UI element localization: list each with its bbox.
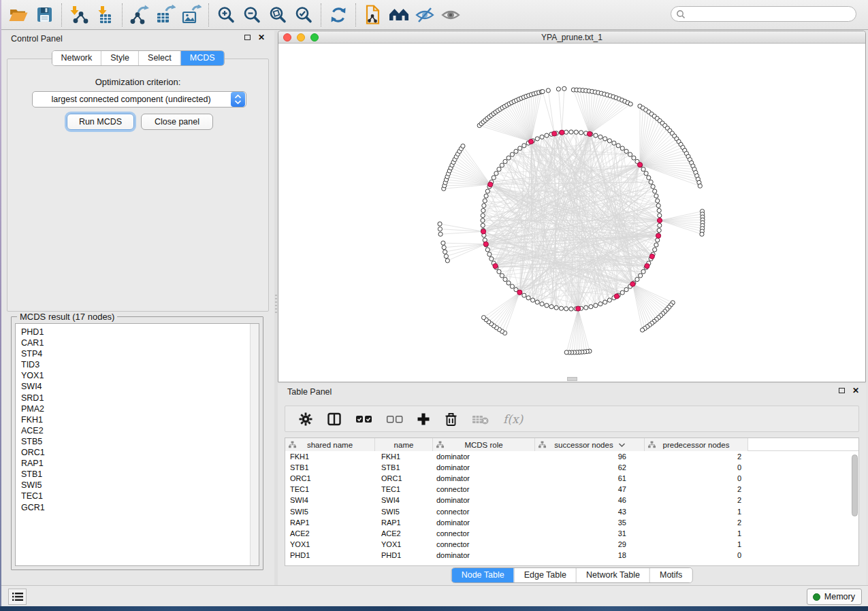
zoom-selected-button[interactable] <box>291 3 317 27</box>
export-network-button[interactable] <box>127 3 152 27</box>
result-list-scrollbar[interactable] <box>250 324 259 565</box>
result-node-item[interactable]: PHD1 <box>21 327 259 337</box>
mcds-hub-node[interactable] <box>552 131 557 136</box>
table-row[interactable]: ACE2ACE2connector311 <box>285 528 858 539</box>
table-row[interactable]: SWI4SWI4dominator462 <box>285 495 858 506</box>
close-panel-button[interactable]: Close panel <box>141 114 213 130</box>
table-row[interactable]: PHD1PHD1dominator180 <box>285 550 858 561</box>
mcds-hub-node[interactable] <box>649 254 654 259</box>
tab-style[interactable]: Style <box>101 51 138 65</box>
mcds-hub-node[interactable] <box>576 306 581 311</box>
tab-edge-table[interactable]: Edge Table <box>514 568 576 582</box>
network-canvas[interactable] <box>278 44 865 382</box>
zoom-in-button[interactable] <box>213 3 239 27</box>
delete-table-button[interactable] <box>472 413 489 425</box>
mcds-hub-node[interactable] <box>657 218 662 222</box>
mcds-hub-node[interactable] <box>517 290 522 295</box>
tab-network[interactable]: Network <box>52 51 101 65</box>
memory-button[interactable]: Memory <box>807 589 862 605</box>
result-node-item[interactable]: STB1 <box>21 469 259 480</box>
close-panel-icon[interactable]: ✕ <box>258 34 265 41</box>
mcds-hub-node[interactable] <box>614 294 619 299</box>
column-header-MCDS-role[interactable]: MCDS role <box>433 438 535 451</box>
result-node-item[interactable]: TEC1 <box>21 491 259 501</box>
float-panel-icon[interactable] <box>244 35 251 40</box>
add-column-button[interactable] <box>417 412 430 426</box>
hide-graphics-details-button[interactable] <box>412 3 438 27</box>
table-cell: 43 <box>535 508 645 516</box>
result-node-item[interactable]: SRD1 <box>21 393 259 403</box>
column-header-name[interactable]: name <box>375 438 433 451</box>
result-node-item[interactable]: CAR1 <box>21 337 259 348</box>
mcds-hub-node[interactable] <box>645 263 649 268</box>
column-settings-button[interactable] <box>298 412 313 427</box>
table-row[interactable]: TEC1TEC1connector472 <box>285 484 858 495</box>
mcds-hub-node[interactable] <box>488 182 493 187</box>
refresh-button[interactable] <box>325 3 351 27</box>
table-row[interactable]: FKH1FKH1dominator962 <box>285 451 858 462</box>
result-node-item[interactable]: YOX1 <box>21 370 259 381</box>
export-table-button[interactable] <box>152 3 178 27</box>
mcds-hub-node[interactable] <box>560 130 564 135</box>
network-window-titlebar[interactable]: YPA_prune.txt_1 <box>278 31 865 44</box>
close-table-panel-icon[interactable]: ✕ <box>852 387 859 394</box>
delete-column-button[interactable] <box>444 412 458 427</box>
unchecked-boxes-icon <box>386 414 403 425</box>
open-session-button[interactable] <box>5 3 31 27</box>
result-node-item[interactable]: GCR1 <box>21 502 259 513</box>
mcds-hub-node[interactable] <box>493 263 498 268</box>
export-image-button[interactable] <box>178 3 204 27</box>
mcds-hub-node[interactable] <box>481 229 485 234</box>
run-mcds-button[interactable]: Run MCDS <box>67 114 134 130</box>
result-node-item[interactable]: RAP1 <box>21 458 259 469</box>
tab-node-table[interactable]: Node Table <box>452 568 514 582</box>
mcds-hub-node[interactable] <box>587 131 592 136</box>
tab-network-table[interactable]: Network Table <box>576 568 649 582</box>
result-node-item[interactable]: ACE2 <box>21 425 259 436</box>
column-header-shared-name[interactable]: shared name <box>285 438 375 451</box>
result-node-item[interactable]: ORC1 <box>21 447 259 458</box>
result-node-item[interactable]: FKH1 <box>21 414 259 425</box>
result-node-item[interactable]: STP4 <box>21 348 259 359</box>
import-table-button[interactable] <box>92 3 118 27</box>
select-all-button[interactable] <box>355 414 372 425</box>
panel-selector-button[interactable] <box>8 589 27 605</box>
result-node-item[interactable]: SWI5 <box>21 480 259 491</box>
result-node-item[interactable]: STB5 <box>21 436 259 447</box>
table-row[interactable]: YOX1YOX1connector291 <box>285 539 858 550</box>
save-session-button[interactable] <box>31 3 57 27</box>
tab-motifs[interactable]: Motifs <box>649 568 692 582</box>
table-row[interactable]: SWI5SWI5connector431 <box>285 506 858 516</box>
deselect-all-button[interactable] <box>386 414 403 425</box>
zoom-fit-button[interactable] <box>265 3 291 27</box>
table-row[interactable]: RAP1RAP1dominator352 <box>285 517 858 528</box>
mcds-hub-node[interactable] <box>637 163 642 167</box>
result-node-item[interactable]: PMA2 <box>21 403 259 414</box>
show-graphics-details-button[interactable] <box>438 3 464 27</box>
import-network-button[interactable] <box>66 3 92 27</box>
table-scrollbar-thumb[interactable] <box>852 455 858 516</box>
mcds-hub-node[interactable] <box>528 139 533 144</box>
result-node-item[interactable]: SWI4 <box>21 381 259 392</box>
column-header-successor-nodes[interactable]: successor nodes <box>535 438 645 451</box>
tab-select[interactable]: Select <box>138 51 180 65</box>
mcds-hub-node[interactable] <box>483 242 488 246</box>
table-row[interactable]: STB1STB1dominator620 <box>285 462 858 473</box>
float-table-panel-icon[interactable] <box>839 388 845 393</box>
mcds-hub-node[interactable] <box>630 282 635 286</box>
tab-mcds[interactable]: MCDS <box>180 51 224 65</box>
table-row[interactable]: ORC1ORC1dominator610 <box>285 473 858 484</box>
search-input[interactable] <box>686 8 856 20</box>
home-button[interactable] <box>386 3 412 27</box>
search-field[interactable] <box>671 6 856 22</box>
network-graph[interactable] <box>278 44 865 382</box>
function-builder-button[interactable]: f(x) <box>503 412 523 426</box>
column-header-predecessor-nodes[interactable]: predecessor nodes <box>645 438 748 451</box>
canvas-splitter-grip[interactable] <box>567 377 577 381</box>
mcds-hub-node[interactable] <box>656 233 660 238</box>
zoom-out-button[interactable] <box>239 3 265 27</box>
split-panel-button[interactable] <box>327 412 342 427</box>
network-document-button[interactable] <box>360 3 386 27</box>
result-node-item[interactable]: TID3 <box>21 359 259 370</box>
criterion-dropdown[interactable]: largest connected component (undirected) <box>32 91 246 108</box>
